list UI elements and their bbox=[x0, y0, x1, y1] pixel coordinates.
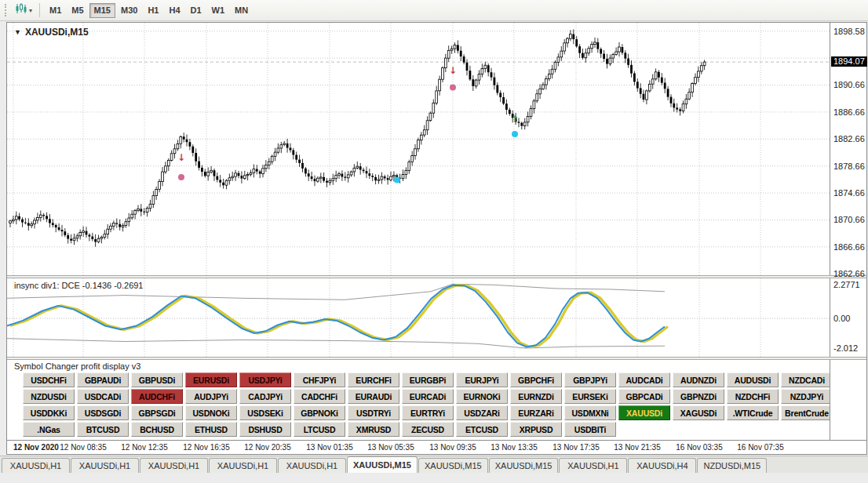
chart-title-overlay[interactable]: ▼ XAUUSDi,M15 bbox=[14, 27, 89, 38]
indicator-axis-label: 0.00 bbox=[833, 314, 850, 323]
symbol-button-cadjpyi[interactable]: CADJPYi bbox=[239, 389, 291, 404]
indicator-pane[interactable]: insync div1: DCE -0.1436 -0.2691 2.27710… bbox=[7, 278, 866, 357]
toolbar-drag-handle[interactable] bbox=[5, 4, 9, 16]
timeframe-button-h4[interactable]: H4 bbox=[164, 3, 184, 18]
symbol-button-eurzari[interactable]: EURZARi bbox=[510, 405, 562, 420]
symbol-button-gbpaudi[interactable]: GBPAUDi bbox=[77, 372, 129, 387]
symbol-button-xrpusd[interactable]: XRPUSD bbox=[510, 422, 562, 437]
price-axis-label: 1882.66 bbox=[833, 134, 865, 143]
symbol-button-gbpjpyi[interactable]: GBPJPYi bbox=[564, 372, 616, 387]
chart-tab-6-xauusdi-m15[interactable]: XAUUSDi,M15 bbox=[347, 456, 418, 473]
symbol-button-nzdusdi[interactable]: NZDUSDi bbox=[23, 389, 75, 404]
chart-tab-10-xauusdi-h4[interactable]: XAUUSDi,H4 bbox=[628, 458, 696, 473]
chart-tab-11-nzdusdi-m15[interactable]: NZDUSDi,M15 bbox=[697, 458, 767, 473]
symbol-button-audjpyi[interactable]: AUDJPYi bbox=[185, 389, 237, 404]
price-axis-label: 1874.66 bbox=[833, 188, 865, 198]
indicator-chart[interactable] bbox=[7, 278, 830, 357]
symbol-button-gbpnoki[interactable]: GBPNOKi bbox=[294, 405, 345, 420]
time-axis-label: 13 Nov 21:35 bbox=[614, 443, 661, 452]
timeframe-button-h1[interactable]: H1 bbox=[143, 3, 163, 18]
symbol-button-usdseki[interactable]: USDSEKi bbox=[239, 405, 291, 420]
symbol-button-usdtryi[interactable]: USDTRYi bbox=[348, 405, 399, 420]
symbol-button-zecusd[interactable]: ZECUSD bbox=[402, 422, 454, 437]
symbol-button-nzdcadi[interactable]: NZDCADi bbox=[781, 372, 833, 387]
chart-tab-3-xauusdi-h1[interactable]: XAUUSDi,H1 bbox=[140, 458, 208, 473]
symbol-button-usdchfi[interactable]: USDCHFi bbox=[23, 372, 75, 387]
time-axis-label: 13 Nov 13:35 bbox=[491, 443, 538, 452]
time-axis: 12 Nov 202012 Nov 08:3512 Nov 12:3512 No… bbox=[7, 440, 866, 454]
symbol-button-xagusdi[interactable]: XAGUSDi bbox=[673, 405, 724, 420]
symbol-button-eurcadi[interactable]: EURCADi bbox=[402, 389, 454, 404]
chart-tab-8-xauusdi-m15[interactable]: XAUUSDi,M15 bbox=[489, 458, 559, 473]
symbol-button-gbpchfi[interactable]: GBPCHFi bbox=[510, 372, 562, 387]
symbol-button-btcusd[interactable]: BTCUSD bbox=[77, 422, 129, 437]
symbol-button-cadchfi[interactable]: CADCHFi bbox=[294, 389, 345, 404]
timeframe-button-d1[interactable]: D1 bbox=[186, 3, 206, 18]
symbol-button-nzdchfi[interactable]: NZDCHFi bbox=[727, 389, 779, 404]
chart-tab-9-xauusdi-h1[interactable]: XAUUSDi,H1 bbox=[559, 458, 627, 473]
symbol-button-audchfi[interactable]: AUDCHFi bbox=[131, 389, 183, 404]
price-pane[interactable]: ↓↓↑ ▼ XAUUSDi,M15 1898.581890.661886.661… bbox=[7, 23, 866, 275]
collapse-triangle-icon[interactable]: ▼ bbox=[14, 28, 21, 36]
time-axis-label: 12 Nov 2020 bbox=[13, 443, 59, 452]
symbol-button-eurseki[interactable]: EURSEKi bbox=[564, 389, 616, 404]
symbol-button-ethusd[interactable]: ETHUSD bbox=[185, 422, 237, 437]
symbol-panel-title: Symbol Changer profit display v3 bbox=[14, 361, 140, 371]
symbol-button-gbpusdi[interactable]: GBPUSDi bbox=[131, 372, 183, 387]
symbol-button-gbpnzdi[interactable]: GBPNZDi bbox=[673, 389, 724, 404]
symbol-button-audusdi[interactable]: AUDUSDi bbox=[727, 372, 779, 387]
symbol-button-gbpcadi[interactable]: GBPCADi bbox=[618, 389, 670, 404]
symbol-button-eurjpyi[interactable]: EURJPYi bbox=[456, 372, 508, 387]
symbol-button-audcadi[interactable]: AUDCADi bbox=[618, 372, 670, 387]
symbol-button-usdcadi[interactable]: USDCADi bbox=[77, 389, 129, 404]
symbol-button-usdnoki[interactable]: USDNOKi bbox=[185, 405, 237, 420]
symbol-button-bchusd[interactable]: BCHUSD bbox=[131, 422, 183, 437]
symbol-button-usdbiti[interactable]: USDBITi bbox=[564, 422, 616, 437]
symbol-button-usdjpyi[interactable]: USDJPYi bbox=[239, 372, 291, 387]
symbol-button-eurnoki[interactable]: EURNOKi bbox=[456, 389, 508, 404]
chart-tab-5-xauusdi-h1[interactable]: XAUUSDi,H1 bbox=[278, 458, 346, 473]
time-axis-label: 13 Nov 09:35 bbox=[429, 443, 476, 452]
symbol-pane-axis bbox=[830, 360, 866, 440]
chart-tab-4-xauusdi-h1[interactable]: XAUUSDi,H1 bbox=[209, 458, 277, 473]
symbol-button-xauusdi[interactable]: XAUUSDi bbox=[618, 405, 670, 420]
symbol-button-eurtryi[interactable]: EURTRYi bbox=[402, 405, 454, 420]
symbol-button-usdsgdi[interactable]: USDSGDi bbox=[77, 405, 129, 420]
chart-tab-7-xauusdi-m15[interactable]: XAUUSDi,M15 bbox=[418, 458, 488, 473]
price-axis-label: 1886.66 bbox=[833, 107, 865, 117]
price-axis-label: 1878.66 bbox=[833, 162, 865, 171]
timeframe-button-m15[interactable]: M15 bbox=[89, 3, 115, 18]
symbol-button-eurchfi[interactable]: EURCHFi bbox=[348, 372, 399, 387]
symbol-button-eurnzdi[interactable]: EURNZDi bbox=[510, 389, 562, 404]
price-axis: 1898.581890.661886.661882.661878.661874.… bbox=[830, 23, 866, 275]
symbol-button-dshusd[interactable]: DSHUSD bbox=[239, 422, 291, 437]
symbol-button-brentcrude[interactable]: BrentCrude bbox=[781, 405, 833, 420]
chart-tab-1-xauusdi-h1[interactable]: XAUUSDi,H1 bbox=[2, 458, 70, 473]
symbol-button-usdmxni[interactable]: USDMXNi bbox=[564, 405, 616, 420]
candlestick-chart[interactable]: ↓↓↑ bbox=[7, 23, 830, 275]
timeframe-button-w1[interactable]: W1 bbox=[207, 3, 230, 18]
symbol-grid: USDCHFiGBPAUDiGBPUSDiEURUSDiUSDJPYiCHFJP… bbox=[23, 372, 833, 437]
symbol-button-ngas[interactable]: .NGas bbox=[23, 422, 75, 437]
symbol-button-usdzari[interactable]: USDZARi bbox=[456, 405, 508, 420]
chart-tabs: XAUUSDi,H1XAUUSDi,H1XAUUSDi,H1XAUUSDi,H1… bbox=[0, 456, 868, 473]
symbol-button-chfjpyi[interactable]: CHFJPYi bbox=[294, 372, 345, 387]
symbol-button-ltcusd[interactable]: LTCUSD bbox=[294, 422, 345, 437]
symbol-button-nzdjpyi[interactable]: NZDJPYi bbox=[781, 389, 833, 404]
symbol-button-audnzdi[interactable]: AUDNZDi bbox=[673, 372, 724, 387]
timeframe-button-m1[interactable]: M1 bbox=[45, 3, 66, 18]
timeframe-button-m30[interactable]: M30 bbox=[116, 3, 142, 18]
symbol-button-wticrude[interactable]: .WTICrude bbox=[727, 405, 779, 420]
symbol-button-etcusd[interactable]: ETCUSD bbox=[456, 422, 508, 437]
current-price-badge: 1894.07 bbox=[831, 56, 867, 67]
symbol-button-euraudi[interactable]: EURAUDi bbox=[348, 389, 399, 404]
symbol-button-gbpsgdi[interactable]: GBPSGDi bbox=[131, 405, 183, 420]
symbol-button-xmrusd[interactable]: XMRUSD bbox=[348, 422, 399, 437]
chart-tab-2-xauusdi-h1[interactable]: XAUUSDi,H1 bbox=[71, 458, 139, 473]
timeframe-button-m5[interactable]: M5 bbox=[67, 3, 88, 18]
chart-type-button[interactable]: ▾ bbox=[13, 2, 35, 19]
timeframe-button-mn[interactable]: MN bbox=[230, 3, 253, 18]
symbol-button-usddkki[interactable]: USDDKKi bbox=[23, 405, 75, 420]
symbol-button-eurusdi[interactable]: EURUSDi bbox=[185, 372, 237, 387]
symbol-button-eurgbpi[interactable]: EURGBPi bbox=[402, 372, 454, 387]
